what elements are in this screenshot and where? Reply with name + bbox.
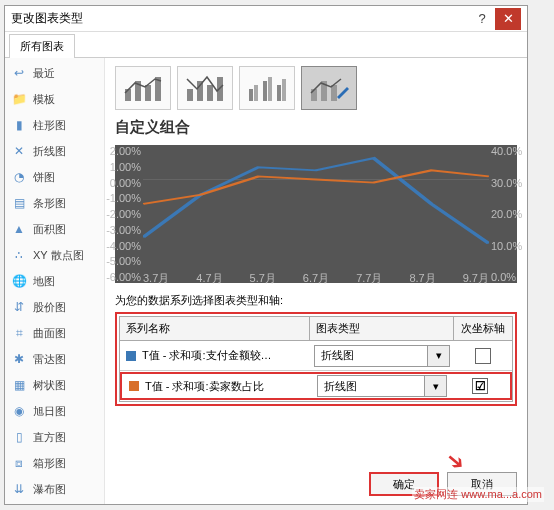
watermark: 卖家网连 www.ma...a.com [412,487,544,502]
nav-icon: ◔ [11,169,27,185]
chart-type-select[interactable]: 折线图▾ [314,345,450,367]
nav-icon: ▤ [11,195,27,211]
y-axis-right: 40.0%30.0%20.0%10.0%0.0% [489,145,517,271]
series-row: T值 - 求和项:卖家数占比折线图▾☑ [120,371,512,401]
nav-label: 雷达图 [33,352,66,367]
svg-rect-8 [249,89,253,101]
nav-item-12[interactable]: ▦树状图 [5,372,104,398]
chart-category-nav: ↩最近📁模板▮柱形图✕折线图◔饼图▤条形图▲面积图∴XY 散点图🌐地图⇵股价图⌗… [5,58,105,504]
nav-item-6[interactable]: ▲面积图 [5,216,104,242]
nav-item-17[interactable]: ▽漏斗图 [5,502,104,504]
close-button[interactable]: ✕ [495,8,521,30]
combo-subtype-1[interactable] [115,66,171,110]
chevron-down-icon: ▾ [424,376,446,396]
dialog-title: 更改图表类型 [11,10,469,27]
nav-icon: ✕ [11,143,27,159]
chart-type-value: 折线图 [318,376,424,396]
nav-item-1[interactable]: 📁模板 [5,86,104,112]
help-button[interactable]: ? [469,8,495,30]
nav-label: 折线图 [33,144,66,159]
nav-label: 旭日图 [33,404,66,419]
nav-label: 模板 [33,92,55,107]
nav-icon: ▲ [11,221,27,237]
nav-icon: ∴ [11,247,27,263]
series-name: T值 - 求和项:卖家数占比 [145,379,264,394]
nav-item-2[interactable]: ▮柱形图 [5,112,104,138]
nav-icon: 🌐 [11,273,27,289]
nav-item-5[interactable]: ▤条形图 [5,190,104,216]
nav-item-11[interactable]: ✱雷达图 [5,346,104,372]
nav-icon: 📁 [11,91,27,107]
nav-label: 面积图 [33,222,66,237]
nav-item-0[interactable]: ↩最近 [5,60,104,86]
nav-label: 最近 [33,66,55,81]
nav-icon: ▦ [11,377,27,393]
nav-item-7[interactable]: ∴XY 散点图 [5,242,104,268]
dialog-body: ↩最近📁模板▮柱形图✕折线图◔饼图▤条形图▲面积图∴XY 散点图🌐地图⇵股价图⌗… [5,58,527,504]
nav-label: 直方图 [33,430,66,445]
svg-rect-4 [187,89,193,101]
nav-item-4[interactable]: ◔饼图 [5,164,104,190]
nav-label: 曲面图 [33,326,66,341]
nav-label: 股价图 [33,300,66,315]
svg-rect-12 [277,85,281,101]
nav-icon: ↩ [11,65,27,81]
nav-label: 瀑布图 [33,482,66,497]
change-chart-type-dialog: 更改图表类型 ? ✕ 所有图表 ↩最近📁模板▮柱形图✕折线图◔饼图▤条形图▲面积… [4,5,528,505]
series-grid-header: 系列名称 图表类型 次坐标轴 [120,317,512,341]
combo-subtype-custom[interactable] [301,66,357,110]
nav-label: 饼图 [33,170,55,185]
nav-icon: ⇵ [11,299,27,315]
col-secondary-axis: 次坐标轴 [454,317,512,340]
secondary-axis-checkbox[interactable] [475,348,491,364]
nav-icon: ⌗ [11,325,27,341]
secondary-axis-checkbox[interactable]: ☑ [472,378,488,394]
nav-label: 箱形图 [33,456,66,471]
nav-icon: ◉ [11,403,27,419]
svg-rect-16 [331,85,337,101]
svg-rect-6 [207,85,213,101]
chart-svg [143,149,489,271]
chart-type-select[interactable]: 折线图▾ [317,375,447,397]
nav-item-15[interactable]: ⧈箱形图 [5,450,104,476]
subtype-row [115,66,517,110]
section-title: 自定义组合 [115,118,517,137]
y-axis-left: 2.00%1.00%0.00%-1.00%-2.00%-3.00%-4.00%-… [115,145,143,271]
chart-preview: 2.00%1.00%0.00%-1.00%-2.00%-3.00%-4.00%-… [115,145,517,283]
series-grid: 系列名称 图表类型 次坐标轴 T值 - 求和项:支付金额较…折线图▾T值 - 求… [119,316,513,402]
svg-rect-2 [145,85,151,101]
chevron-down-icon: ▾ [427,346,449,366]
nav-item-13[interactable]: ◉旭日图 [5,398,104,424]
nav-item-3[interactable]: ✕折线图 [5,138,104,164]
nav-label: 地图 [33,274,55,289]
series-name: T值 - 求和项:支付金额较… [142,348,272,363]
tab-bar: 所有图表 [5,32,527,58]
nav-label: 树状图 [33,378,66,393]
nav-item-10[interactable]: ⌗曲面图 [5,320,104,346]
svg-rect-11 [268,77,272,101]
series-color-swatch [129,381,139,391]
series-grid-highlight: 系列名称 图表类型 次坐标轴 T值 - 求和项:支付金额较…折线图▾T值 - 求… [115,312,517,406]
series-color-swatch [126,351,136,361]
combo-subtype-2[interactable] [177,66,233,110]
series-row: T值 - 求和项:支付金额较…折线图▾ [120,341,512,371]
nav-item-14[interactable]: ▯直方图 [5,424,104,450]
nav-label: 柱形图 [33,118,66,133]
nav-label: 条形图 [33,196,66,211]
tab-all-charts[interactable]: 所有图表 [9,34,75,58]
nav-item-8[interactable]: 🌐地图 [5,268,104,294]
nav-item-16[interactable]: ⇊瀑布图 [5,476,104,502]
chart-type-value: 折线图 [315,346,427,366]
nav-icon: ▯ [11,429,27,445]
nav-icon: ⇊ [11,481,27,497]
svg-rect-9 [254,85,258,101]
x-axis: 3.7月4.7月5.7月6.7月7.7月8.7月9.7月 [143,271,489,283]
nav-item-9[interactable]: ⇵股价图 [5,294,104,320]
titlebar: 更改图表类型 ? ✕ [5,6,527,32]
nav-icon: ✱ [11,351,27,367]
combo-subtype-3[interactable] [239,66,295,110]
nav-label: XY 散点图 [33,248,84,263]
nav-icon: ▮ [11,117,27,133]
col-series-name: 系列名称 [120,317,310,340]
series-picker-label: 为您的数据系列选择图表类型和轴: [115,293,517,308]
